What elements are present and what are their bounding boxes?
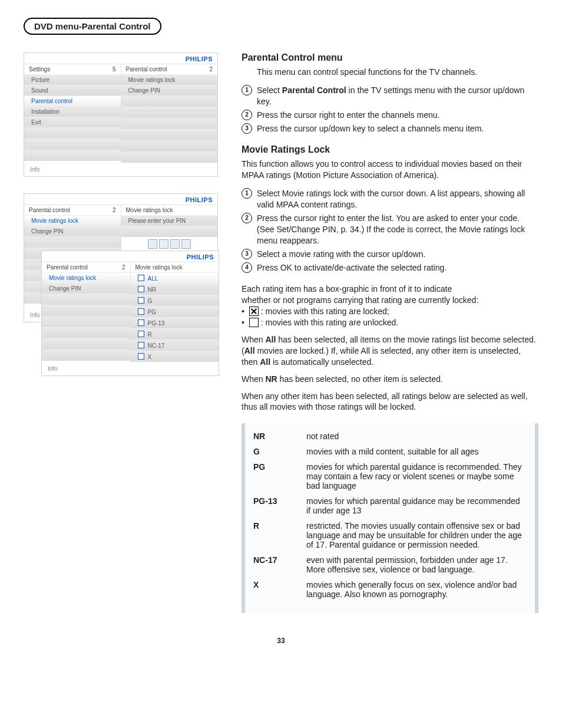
menu-item[interactable]: Movie ratings lock [121, 74, 218, 85]
rating-desc: restricted. The movies usually contain o… [306, 521, 524, 549]
rating-row: Rrestricted. The movies usually contain … [253, 521, 524, 549]
page-number: 33 [24, 637, 538, 645]
panel-title: Parental control [47, 264, 88, 271]
locked-icon [249, 307, 259, 316]
menu-item[interactable]: NC-17 [131, 340, 219, 351]
step-item: 4Press OK to activate/de-activate the se… [242, 261, 538, 275]
menu-item[interactable]: X [131, 351, 219, 362]
rating-key: NR [253, 431, 296, 441]
rating-row: Gmovies with a mild content, suitable fo… [253, 447, 524, 456]
document-body: Parental Control menu This menu can cont… [242, 52, 538, 613]
menu-item[interactable]: Picture [24, 74, 121, 85]
section-heading: Parental Control menu [242, 52, 538, 63]
panel-title: Movie ratings lock [126, 207, 173, 213]
rating-key: R [253, 521, 296, 549]
menu-item[interactable]: Change PIN [24, 226, 121, 236]
checkbox-icon [138, 275, 144, 281]
panel-title: Settings [29, 66, 50, 73]
menu-item[interactable]: PG-13 [131, 317, 219, 328]
panel-count: 5 [113, 66, 116, 73]
checkbox-icon [138, 331, 144, 337]
menu-item[interactable]: PG [131, 306, 219, 317]
info-bar: Info [24, 163, 217, 176]
rating-row: PGmovies for which parental guidance is … [253, 462, 524, 490]
brand-logo: PHILIPS [24, 53, 217, 64]
paragraph: When All has been selected, all items on… [242, 334, 538, 368]
rating-desc: movies for which parental guidance is re… [306, 462, 524, 490]
panel-title: Parental control [126, 66, 167, 73]
checkbox-icon [138, 353, 144, 360]
rating-row: NC-17even with parental permission, forb… [253, 555, 524, 574]
brand-logo: PHILIPS [24, 194, 217, 205]
section-heading: Movie Ratings Lock [242, 144, 538, 155]
info-bar: Info [42, 362, 219, 375]
brand-logo: PHILIPS [42, 251, 219, 262]
rating-desc: movies which generally focus on sex, vio… [306, 580, 524, 599]
menu-item[interactable]: ALL [131, 272, 219, 284]
paragraph: When NR has been selected, no other item… [242, 374, 538, 385]
menu-item[interactable]: Parental control [24, 95, 121, 106]
page-title: DVD menu-Parental Control [24, 18, 161, 35]
step-list: 1Select Parental Control in the TV setti… [242, 84, 538, 136]
checkbox-icon [138, 342, 144, 348]
rating-desc: movies with a mild content, suitable for… [306, 447, 524, 456]
rating-desc: even with parental permission, forbidden… [306, 555, 524, 574]
rating-row: Xmovies which generally focus on sex, vi… [253, 580, 524, 599]
paragraph: When any other item has been selected, a… [242, 391, 538, 413]
step-item: 2Press the cursor right to enter the cha… [242, 108, 538, 122]
menu-item[interactable]: Installation [24, 106, 121, 117]
menu-item[interactable]: Movie ratings lock [42, 272, 130, 283]
step-list: 1Select Movie ratings lock with the curs… [242, 187, 538, 274]
section-intro: This function allows you to control acce… [242, 159, 538, 181]
panel-count: 2 [122, 264, 125, 271]
checkbox-icon [138, 286, 144, 292]
rating-key: PG [253, 462, 296, 490]
checkbox-icon [138, 319, 144, 326]
rating-desc: not rated [306, 431, 524, 441]
ratings-table: NRnot ratedGmovies with a mild content, … [242, 423, 538, 613]
step-item: 1Select Parental Control in the TV setti… [242, 84, 538, 108]
menu-item[interactable]: Movie ratings lock [24, 215, 121, 226]
panel-title: Parental control [29, 207, 70, 213]
checkbox-icon [138, 297, 144, 304]
screenshots-column: PHILIPS Settings5 PictureSoundParental c… [24, 52, 218, 481]
rating-key: NC-17 [253, 555, 296, 574]
panel-count: 2 [209, 66, 213, 73]
panel-title: Movie ratings lock [135, 264, 183, 271]
menu-item[interactable]: Exit [24, 117, 121, 127]
rating-desc: movies for which parental guidance may b… [306, 496, 524, 515]
tv-screenshot-settings: PHILIPS Settings5 PictureSoundParental c… [24, 52, 218, 177]
rating-row: NRnot rated [253, 431, 524, 441]
step-item: 3Press the cursor up/down key to select … [242, 122, 538, 136]
menu-item[interactable]: R [131, 328, 219, 340]
rating-row: PG-13movies for which parental guidance … [253, 496, 524, 515]
step-item: 1Select Movie ratings lock with the curs… [242, 187, 538, 212]
paragraph: Each rating item has a box-graphic in fr… [242, 284, 538, 328]
menu-item[interactable]: Change PIN [121, 85, 218, 95]
tv-screenshot-ratings: PHILIPS Parental control2 Movie ratings … [41, 251, 219, 376]
panel-count: 2 [113, 207, 116, 213]
menu-item[interactable]: G [131, 295, 219, 306]
menu-item[interactable]: Change PIN [42, 283, 130, 294]
step-item: 3Select a movie rating with the cursor u… [242, 248, 538, 261]
rating-key: PG-13 [253, 496, 296, 515]
pin-prompt: Please enter your PIN [121, 215, 218, 226]
rating-key: G [253, 447, 296, 456]
section-intro: This menu can control special functions … [257, 67, 538, 78]
rating-key: X [253, 580, 296, 599]
menu-item[interactable]: Sound [24, 85, 121, 95]
unlocked-icon [249, 318, 259, 327]
step-item: 2Press the cursor right to enter the lis… [242, 212, 538, 248]
menu-item[interactable]: NR [131, 284, 219, 295]
checkbox-icon [138, 308, 144, 315]
